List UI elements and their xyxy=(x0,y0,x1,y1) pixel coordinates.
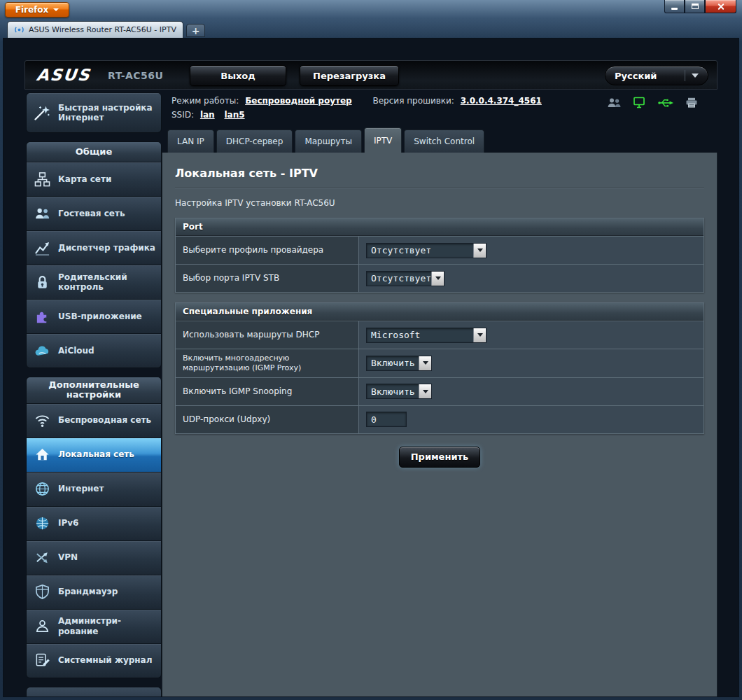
sidebar-section-title: Дополнительные настройки xyxy=(27,377,161,403)
sidebar-item-partial[interactable] xyxy=(26,687,162,697)
sidebar-item-label: Брандмауэр xyxy=(58,587,118,596)
section-title: Port xyxy=(176,218,704,236)
browser-tab-active[interactable]: ASUS Wireless Router RT-AC56U - IPTV xyxy=(7,21,183,38)
provider-profile-select[interactable]: Отсутствует xyxy=(366,243,486,258)
page-description: Настройка IPTV установки RT-AC56U xyxy=(175,198,704,208)
logout-button[interactable]: Выход xyxy=(190,65,286,86)
person-icon xyxy=(32,618,52,634)
dropdown-arrow-icon[interactable] xyxy=(419,384,431,398)
operation-mode-link[interactable]: Беспроводной роутер xyxy=(245,96,352,106)
iptv-stb-port-select[interactable]: Отсутствует xyxy=(366,271,444,286)
divider xyxy=(685,70,685,81)
special-applications-section: Специальные приложения Использовать марш… xyxy=(175,302,704,434)
sidebar-item-quick-internet-setup[interactable]: Быстрая настройка Интернет xyxy=(27,93,161,132)
row-label: Выбор порта IPTV STB xyxy=(176,265,359,292)
select-value: Отсутствует xyxy=(367,244,473,258)
ssid-link-2[interactable]: lan5 xyxy=(224,110,244,120)
tab-switch-control[interactable]: Switch Control xyxy=(404,130,484,153)
table-row: Включить многоадресную маршрутизацию (IG… xyxy=(176,349,704,377)
section-title: Специальные приложения xyxy=(176,303,704,321)
language-select[interactable]: Русский xyxy=(605,66,708,85)
sidebar-item-network-map[interactable]: Карта сети xyxy=(27,162,161,196)
close-icon xyxy=(717,3,724,10)
tab-iptv[interactable]: IPTV xyxy=(364,127,402,153)
usb-device-icon[interactable] xyxy=(657,97,674,108)
reboot-button[interactable]: Перезагрузка xyxy=(300,65,399,86)
dropdown-arrow-icon[interactable] xyxy=(419,356,431,370)
magic-wand-icon xyxy=(32,104,52,121)
minimize-button[interactable] xyxy=(664,0,685,13)
status-line-2: SSID: lan lan5 xyxy=(172,110,710,120)
dhcp-routes-select[interactable]: Microsoft xyxy=(366,328,486,343)
sidebar-item-vpn[interactable]: VPN xyxy=(27,540,161,575)
sidebar-item-parental-control[interactable]: Родительский контроль xyxy=(27,265,161,299)
tab-dhcp-server[interactable]: DHCP-сервер xyxy=(216,130,293,153)
table-row: Выбор порта IPTV STB Отсутствует xyxy=(176,264,704,292)
close-button[interactable] xyxy=(705,0,736,13)
table-row: Использовать маршруты DHCP Microsoft xyxy=(176,321,704,349)
sidebar-item-firewall[interactable]: Брандмауэр xyxy=(27,575,161,609)
window-controls xyxy=(664,0,736,13)
sidebar-item-usb-application[interactable]: USB-приложение xyxy=(27,299,161,333)
udpxy-input[interactable] xyxy=(366,412,407,427)
sidebar-item-administration[interactable]: Администри-рование xyxy=(27,609,161,643)
sidebar-item-label: Системный журнал xyxy=(58,655,153,665)
ssid-link-1[interactable]: lan xyxy=(200,110,215,120)
clients-icon[interactable] xyxy=(607,97,622,108)
row-label: UDP-прокси (Udpxy) xyxy=(176,406,359,433)
apply-button[interactable]: Применить xyxy=(399,447,480,468)
maximize-button[interactable] xyxy=(685,0,705,13)
dropdown-arrow-icon[interactable] xyxy=(473,244,486,258)
sidebar-item-ipv6[interactable]: IPv6 xyxy=(27,506,161,540)
firmware-version-link[interactable]: 3.0.0.4.374_4561 xyxy=(461,96,542,106)
dropdown-arrow-icon[interactable] xyxy=(431,272,444,286)
sidebar-item-lan[interactable]: Локальная сеть xyxy=(27,438,161,472)
sidebar-section-general: Общие Карта сети xyxy=(26,141,162,368)
sidebar-item-aicloud[interactable]: AiCloud xyxy=(27,333,161,368)
sidebar-item-label: Карта сети xyxy=(58,174,111,184)
printer-icon[interactable] xyxy=(685,97,698,108)
page-title: Локальная сеть - IPTV xyxy=(175,167,704,180)
operation-mode-label: Режим работы: xyxy=(172,96,239,106)
firefox-menu-button[interactable]: Firefox xyxy=(5,2,69,18)
router-body: Быстрая настройка Интернет Общие xyxy=(24,90,718,697)
chevron-down-icon xyxy=(692,74,699,78)
minimize-icon xyxy=(671,8,678,10)
sidebar-item-label: AiCloud xyxy=(58,346,94,356)
shield-icon xyxy=(32,584,52,600)
row-label: Включить IGMP Snooping xyxy=(176,378,359,405)
table-row: Выберите профиль провайдера Отсутствует xyxy=(176,236,704,264)
wired-clients-monitor-icon[interactable] xyxy=(633,97,646,108)
firmware-label: Версия прошивки: xyxy=(373,96,454,106)
sidebar-item-label: Быстрая настройка Интернет xyxy=(58,103,155,123)
router-admin-ui: ASUS RT-AC56U Выход Перезагрузка Русский xyxy=(24,60,718,697)
sidebar-item-wireless[interactable]: Беспроводная сеть xyxy=(27,403,161,438)
select-value: Включить xyxy=(367,356,419,370)
sidebar-item-label: VPN xyxy=(58,552,78,562)
sidebar-item-label: Гостевая сеть xyxy=(58,209,125,218)
sidebar: Быстрая настройка Интернет Общие xyxy=(24,90,162,697)
new-tab-button[interactable]: + xyxy=(186,24,205,37)
sidebar-item-wan[interactable]: Интернет xyxy=(27,472,161,506)
router-header: ASUS RT-AC56U Выход Перезагрузка Русский xyxy=(24,60,718,90)
tab-routes[interactable]: Маршруты xyxy=(295,130,362,153)
language-value: Русский xyxy=(615,71,657,81)
page-viewport: ASUS RT-AC56U Выход Перезагрузка Русский xyxy=(3,38,739,697)
dropdown-arrow-icon[interactable] xyxy=(473,328,486,342)
globe-icon xyxy=(32,481,52,497)
sidebar-item-label: Диспетчер трафика xyxy=(58,243,155,253)
igmp-snooping-select[interactable]: Включить xyxy=(366,384,432,399)
document-pencil-icon xyxy=(32,652,52,668)
sidebar-item-guest-network[interactable]: Гостевая сеть xyxy=(27,196,161,230)
puzzle-piece-icon xyxy=(32,309,52,325)
sidebar-item-label: IPv6 xyxy=(58,518,78,528)
sidebar-item-system-log[interactable]: Системный журнал xyxy=(27,643,161,678)
quick-setup-group: Быстрая настройка Интернет xyxy=(26,92,162,133)
tab-lan-ip[interactable]: LAN IP xyxy=(167,130,214,153)
guest-network-icon xyxy=(32,206,52,222)
row-label: Использовать маршруты DHCP xyxy=(176,321,359,349)
igmp-proxy-select[interactable]: Включить xyxy=(366,356,432,371)
network-map-icon xyxy=(32,172,52,188)
ipv6-globe-icon xyxy=(32,515,52,531)
sidebar-item-traffic-manager[interactable]: Диспетчер трафика xyxy=(27,230,161,265)
